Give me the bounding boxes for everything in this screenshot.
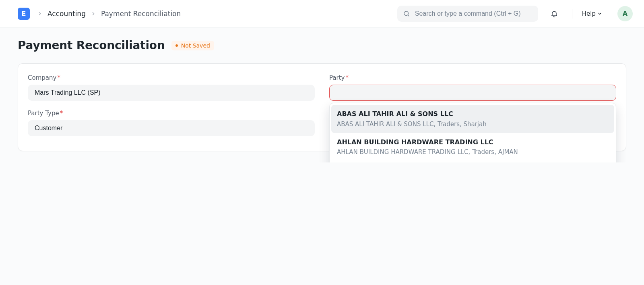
required-asterisk: *	[346, 74, 349, 81]
divider	[572, 9, 572, 19]
breadcrumb-item-current: Payment Reconciliation	[101, 10, 181, 18]
notifications-button[interactable]	[546, 6, 562, 22]
status-text: Not Saved	[181, 42, 210, 49]
page-body: Payment Reconciliation Not Saved Company…	[0, 27, 644, 162]
field-party-type: Party Type*	[28, 110, 315, 136]
required-asterisk: *	[57, 74, 60, 81]
breadcrumb: Accounting Payment Reconciliation	[38, 10, 181, 18]
party-input[interactable]	[329, 85, 616, 101]
form-card: Company* Party* ABAS ALI TAHIR ALI & SON…	[18, 63, 626, 151]
party-option[interactable]: AHLAN BUILDING HARDWARE TRADING LLCAHLAN…	[331, 133, 614, 161]
field-label-party-type: Party Type*	[28, 110, 315, 117]
party-option-sub: AHLAN BUILDING HARDWARE TRADING LLC, Tra…	[337, 148, 609, 156]
breadcrumb-item-accounting[interactable]: Accounting	[47, 10, 86, 18]
field-party: Party* ABAS ALI TAHIR ALI & SONS LLCABAS…	[329, 74, 616, 101]
company-input[interactable]	[28, 85, 315, 101]
party-input-field[interactable]	[335, 89, 610, 97]
global-search[interactable]	[397, 6, 538, 22]
page-head: Payment Reconciliation Not Saved	[18, 39, 626, 52]
bell-icon	[550, 10, 558, 18]
required-asterisk: *	[60, 110, 63, 117]
field-label-text: Party	[329, 74, 345, 81]
avatar-initial: A	[623, 10, 627, 17]
party-dropdown: ABAS ALI TAHIR ALI & SONS LLCABAS ALI TA…	[329, 103, 616, 162]
party-option-sub: ABAS ALI TAHIR ALI & SONS LLC, Traders, …	[337, 120, 609, 128]
search-icon	[403, 10, 410, 17]
app-logo[interactable]: E	[18, 8, 30, 20]
help-label: Help	[582, 10, 596, 17]
party-option-title: AHLAN BUILDING HARDWARE TRADING LLC	[337, 138, 609, 147]
party-dropdown-list[interactable]: ABAS ALI TAHIR ALI & SONS LLCABAS ALI TA…	[330, 103, 616, 162]
global-search-input[interactable]	[414, 10, 533, 18]
company-input-field[interactable]	[34, 89, 309, 97]
field-label-text: Party Type	[28, 110, 59, 117]
chevron-right-icon	[91, 12, 95, 16]
chevron-right-icon	[38, 12, 42, 16]
party-option-title: ABAS ALI TAHIR ALI & SONS LLC	[337, 110, 609, 119]
page-title: Payment Reconciliation	[18, 39, 165, 52]
help-menu[interactable]: Help	[582, 10, 602, 17]
status-badge: Not Saved	[171, 41, 214, 50]
field-label-company: Company*	[28, 74, 315, 81]
avatar[interactable]: A	[617, 6, 633, 21]
party-option[interactable]: AL AIN AL DAHABIA ELECTRICAL FITTINGS TR…	[331, 161, 614, 162]
chevron-down-icon	[597, 11, 602, 16]
topbar: E Accounting Payment Reconciliation Help…	[0, 0, 644, 27]
field-company: Company*	[28, 74, 315, 101]
party-option[interactable]: ABAS ALI TAHIR ALI & SONS LLCABAS ALI TA…	[331, 105, 614, 133]
party-type-input[interactable]	[28, 120, 315, 136]
app-logo-letter: E	[22, 10, 26, 17]
party-type-input-field[interactable]	[34, 124, 309, 132]
field-label-text: Company	[28, 74, 56, 81]
field-label-party: Party*	[329, 74, 616, 81]
